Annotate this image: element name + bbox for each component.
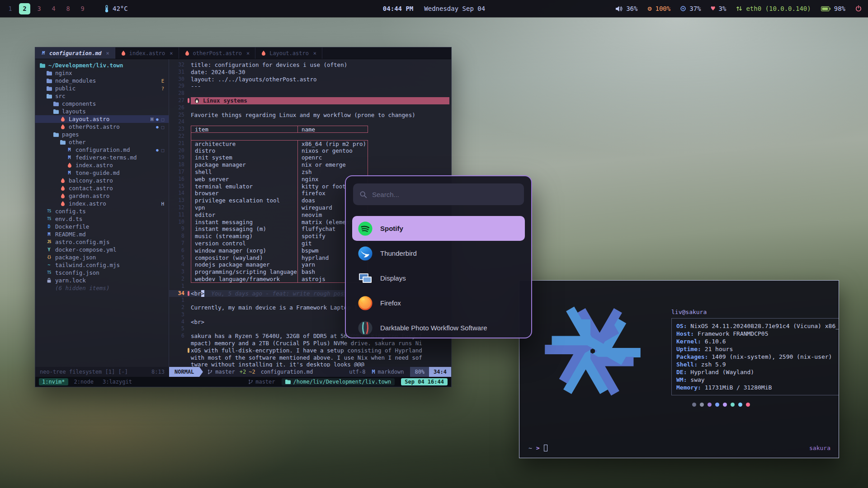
buffer-text: Favorite things regarding Linux and my w… — [191, 112, 415, 119]
tree-item-index-astro[interactable]: index.astro — [35, 161, 169, 169]
workspace-1[interactable]: 1 — [5, 3, 16, 14]
tree-item-label: contact.astro — [69, 185, 113, 192]
sign-column — [186, 118, 191, 126]
table-cell-item: version control — [191, 240, 298, 247]
tree-item-label: public — [55, 85, 75, 92]
app-item-firefox[interactable]: Firefox — [352, 291, 525, 315]
workspace-4[interactable]: 4 — [48, 3, 59, 14]
tree-item-index-astro[interactable]: index.astroH — [35, 200, 169, 207]
disk-value: 37% — [689, 5, 701, 12]
tree-item-balcony-astro[interactable]: balcony.astro — [35, 177, 169, 184]
tree-item-label: src — [55, 93, 66, 99]
app-item-thunderbird[interactable]: Thunderbird — [352, 241, 525, 266]
git-diff-added: +2 — [240, 369, 246, 375]
line-number: 11 — [169, 211, 186, 219]
main-statusline: NORMAL master +2 ~2 configuration.md utf… — [169, 367, 451, 377]
app-item-spotify[interactable]: Spotify — [352, 216, 525, 241]
workspace-9[interactable]: 9 — [77, 3, 88, 14]
statusline-separator — [199, 367, 203, 377]
close-icon[interactable]: × — [246, 50, 250, 56]
tree-item-node-modules[interactable]: node_modulesE — [35, 77, 169, 84]
line-number: 30 — [169, 76, 186, 83]
tree-item-6-hidden-items[interactable]: (6 hidden items) — [35, 284, 169, 292]
line-number: 3 — [169, 311, 186, 319]
tree-item-layouts[interactable]: layouts — [35, 108, 169, 115]
close-icon[interactable]: × — [106, 50, 109, 56]
tree-item-public[interactable]: public? — [35, 84, 169, 92]
workspace-2[interactable]: 2 — [19, 3, 30, 14]
sign-column — [186, 126, 191, 133]
line-number: 4 — [169, 319, 186, 326]
sign-column — [186, 233, 191, 240]
tree-item-label: env.d.ts — [55, 216, 82, 222]
git-status-badges: E — [161, 78, 164, 84]
tree-item-label: garden.astro — [69, 192, 109, 199]
shell-prompt[interactable]: ~ > — [528, 445, 547, 451]
tree-item-tsconfig-json[interactable]: TStsconfig.json — [35, 269, 169, 277]
battery-widget: 98% — [821, 5, 845, 12]
app-item-darktable-photo-workflow-software[interactable]: Darktable Photo Workflow Software — [352, 315, 525, 338]
tree-item-configuration-md[interactable]: Mconfiguration.md●□ — [35, 146, 169, 154]
vim-mode-indicator: NORMAL — [169, 367, 199, 377]
sign-column — [186, 319, 191, 326]
buffer-text: title: configuration for devices i use (… — [191, 61, 347, 69]
tab-layout-astro[interactable]: Layout.astro× — [255, 47, 322, 59]
app-item-displays[interactable]: Displays — [352, 266, 525, 291]
tree-item-tone-guide-md[interactable]: Mtone-guide.md — [35, 169, 169, 177]
tree-item-fediverse-terms-md[interactable]: Mfediverse-terms.md — [35, 154, 169, 161]
tmux-window-3-lazygit[interactable]: 3:lazygit — [99, 378, 135, 385]
tree-item-config-ts[interactable]: TSconfig.ts — [35, 207, 169, 215]
search-box[interactable] — [353, 183, 524, 205]
close-icon[interactable]: × — [170, 50, 173, 56]
tree-item-label: otherPost.astro — [69, 123, 120, 130]
markdown-table-row: itemname — [191, 126, 368, 133]
close-icon[interactable]: × — [313, 50, 316, 56]
tree-item-astro-config-mjs[interactable]: JSastro.config.mjs — [35, 238, 169, 246]
tree-item-layout-astro[interactable]: Layout.astroH●□ — [35, 115, 169, 123]
tree-item-docker-compose-yml[interactable]: Ydocker-compose.yml — [35, 246, 169, 253]
tree-item-tailwind-config-mjs[interactable]: ~tailwind.config.mjs — [35, 261, 169, 269]
tmux-window-1-nvim[interactable]: 1:nvim* — [39, 378, 68, 385]
gear-icon: ⚙ — [647, 5, 651, 12]
tab-otherpost-astro[interactable]: otherPost.astro× — [179, 47, 256, 59]
workspace-8[interactable]: 8 — [62, 3, 74, 14]
power-button[interactable] — [855, 5, 862, 12]
table-cell-item: editor — [191, 211, 298, 219]
tree-item-development-liv-town[interactable]: ~/Development/liv.town — [35, 61, 169, 69]
tree-item-env-d-ts[interactable]: TSenv.d.ts — [35, 215, 169, 223]
tmux-window-2-node[interactable]: 2:node — [71, 378, 97, 385]
tab-index-astro[interactable]: index.astro× — [115, 47, 179, 59]
cpu-widget: ♥3% — [711, 5, 726, 12]
workspace-3[interactable]: 3 — [33, 3, 45, 14]
tree-item-yarn-lock[interactable]: yarn.lock — [35, 277, 169, 284]
tree-item-dockerfile[interactable]: DDockerfile — [35, 223, 169, 230]
sign-column — [186, 183, 191, 190]
line-number: 1 — [169, 283, 186, 290]
tree-item-pages[interactable]: pages — [35, 131, 169, 138]
tree-item-nginx[interactable]: nginx — [35, 69, 169, 77]
buffer-line: 26 — [169, 104, 451, 112]
markdown-table-row: web servernginx — [191, 176, 368, 183]
tab-configuration-md[interactable]: Mconfiguration.md× — [35, 47, 115, 59]
status-badge: □ — [161, 147, 164, 153]
statusline-filename: configuration.md — [261, 369, 313, 375]
git-status-badges: ●□ — [156, 124, 164, 130]
git-status-badges: ●□ — [156, 147, 164, 153]
tree-item-other[interactable]: other — [35, 138, 169, 146]
volume-value: 36% — [626, 5, 637, 12]
sign-column — [186, 61, 191, 69]
tree-item-components[interactable]: components — [35, 100, 169, 108]
filetype-label: markdown — [378, 369, 404, 375]
tree-item-label: Layout.astro — [69, 116, 109, 122]
tree-item-contact-astro[interactable]: contact.astro — [35, 184, 169, 192]
tree-item-readme-md[interactable]: MREADME.md — [35, 230, 169, 238]
search-input[interactable] — [372, 191, 518, 198]
table-separator — [191, 133, 191, 140]
tree-item-garden-astro[interactable]: garden.astro — [35, 192, 169, 200]
tree-item-src[interactable]: src — [35, 92, 169, 100]
line-number: 26 — [169, 104, 186, 112]
tree-item-label: index.astro — [69, 200, 106, 207]
tree-item-package-json[interactable]: {}package.json — [35, 253, 169, 261]
tree-item-otherpost-astro[interactable]: otherPost.astro●□ — [35, 123, 169, 131]
folder-icon — [46, 79, 52, 83]
